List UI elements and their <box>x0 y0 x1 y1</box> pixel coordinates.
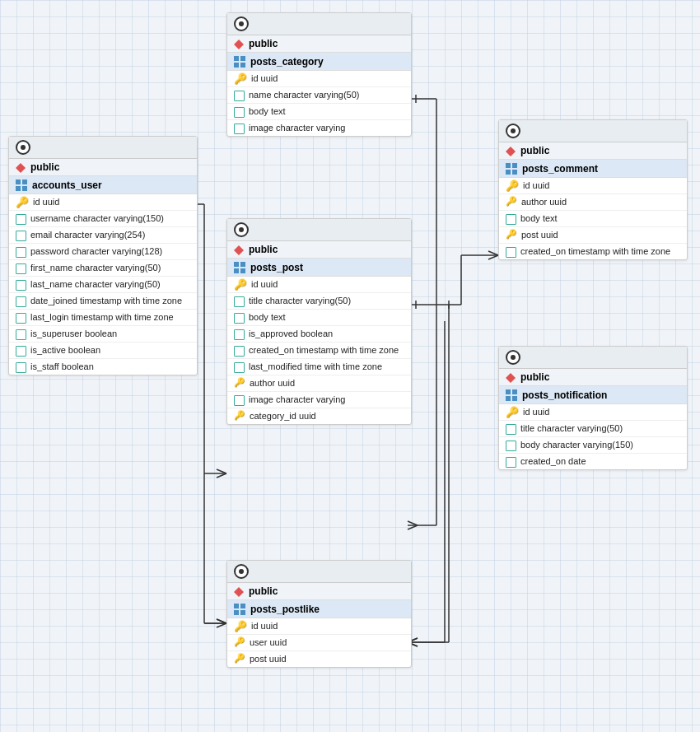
table-posts-comment: public posts_comment 🔑 id uuid 🔑 author … <box>498 119 688 260</box>
field-posts-notification-title: title character varying(50) <box>499 421 687 437</box>
field-text-cat-body: body text <box>249 105 404 118</box>
field-icon-notif-body <box>506 441 516 451</box>
field-text-posts-category-id: id uuid <box>251 72 404 85</box>
field-icon-comment-body <box>506 214 516 225</box>
svg-rect-48 <box>234 63 239 68</box>
field-text-post-lastmodified: last_modified time with time zone <box>249 361 404 373</box>
schema-label-accounts-user: public <box>30 161 59 173</box>
fk-icon-postlike-post: 🔑 <box>234 654 245 663</box>
svg-rect-53 <box>234 268 239 273</box>
field-text-post-isapproved: is_approved boolean <box>249 328 404 340</box>
field-posts-category-image: image character varying <box>227 120 411 136</box>
field-posts-post-body: body text <box>227 310 411 326</box>
eye-icon-posts-category <box>234 16 249 31</box>
field-posts-post-isapproved: is_approved boolean <box>227 326 411 343</box>
svg-rect-63 <box>506 170 511 175</box>
svg-line-15 <box>217 619 226 623</box>
field-text-postlike-user: user uuid <box>250 636 404 649</box>
field-accounts-user-id: 🔑 id uuid <box>9 194 197 211</box>
svg-rect-58 <box>234 610 239 615</box>
field-accounts-user-password: password character varying(128) <box>9 244 197 260</box>
tablename-posts-postlike: posts_postlike <box>227 600 411 618</box>
table-posts-postlike-header <box>227 561 411 583</box>
field-posts-postlike-id: 🔑 id uuid <box>227 618 411 635</box>
field-posts-post-title: title character varying(50) <box>227 293 411 310</box>
svg-marker-50 <box>234 245 244 255</box>
svg-line-32 <box>217 623 226 627</box>
schema-posts-notification: public <box>499 369 687 386</box>
field-icon-post-image <box>234 395 245 406</box>
field-text-issuperuser: is_superuser boolean <box>30 328 190 340</box>
svg-rect-57 <box>240 604 245 608</box>
field-text-postlike-post: post uuid <box>250 653 404 665</box>
field-text-notif-title: title character varying(50) <box>520 422 680 435</box>
eye-icon-accounts-user <box>16 140 30 155</box>
field-text-post-author: author uuid <box>250 377 404 389</box>
field-icon-notif-title <box>506 424 516 435</box>
field-text-post-title: title character varying(50) <box>249 295 404 307</box>
field-icon-datejoined <box>16 296 26 307</box>
field-posts-postlike-user: 🔑 user uuid <box>227 635 411 651</box>
svg-rect-44 <box>22 186 27 191</box>
table-posts-notification: public posts_notification 🔑 id uuid titl… <box>498 346 688 470</box>
tablename-posts-category: posts_category <box>227 53 411 71</box>
svg-line-10 <box>217 469 226 473</box>
svg-rect-43 <box>16 186 21 191</box>
field-posts-comment-author: 🔑 author uuid <box>499 194 687 211</box>
svg-rect-46 <box>234 56 239 61</box>
field-accounts-user-firstname: first_name character varying(50) <box>9 260 197 277</box>
tablename-accounts-user: accounts_user <box>9 176 197 194</box>
fk-icon-comment-post: 🔑 <box>506 230 517 239</box>
field-icon-isstaff <box>16 362 26 373</box>
name-label-accounts-user: accounts_user <box>32 180 102 191</box>
svg-rect-64 <box>512 170 517 175</box>
tablename-posts-post: posts_post <box>227 259 411 277</box>
table-posts-category-header <box>227 13 411 35</box>
fk-icon-post-category: 🔑 <box>234 411 245 420</box>
field-posts-notification-body: body character varying(150) <box>499 437 687 454</box>
svg-line-3 <box>408 521 418 525</box>
schema-posts-category: public <box>227 35 411 53</box>
field-text-post-createdon: created_on timestamp with time zone <box>249 344 404 357</box>
field-icon-post-isapproved <box>234 329 245 340</box>
field-accounts-user-lastname: last_name character varying(50) <box>9 277 197 293</box>
field-accounts-user-email: email character varying(254) <box>9 227 197 244</box>
pk-icon-posts-comment-id: 🔑 <box>506 180 519 191</box>
field-icon-cat-body <box>234 107 245 118</box>
field-posts-notification-id: 🔑 id uuid <box>499 404 687 421</box>
svg-rect-51 <box>234 262 239 267</box>
svg-rect-69 <box>512 396 517 401</box>
schema-accounts-user: public <box>9 159 197 176</box>
schema-label-posts-comment: public <box>520 145 549 156</box>
field-text-lastname: last_name character varying(50) <box>30 278 190 291</box>
field-icon-isactive <box>16 346 26 357</box>
schema-label-posts-post: public <box>249 244 278 255</box>
field-posts-postlike-post: 🔑 post uuid <box>227 651 411 667</box>
svg-rect-56 <box>234 604 239 608</box>
field-posts-notification-createdon: created_on date <box>499 454 687 469</box>
field-icon-cat-image <box>234 124 245 134</box>
schema-posts-post: public <box>227 241 411 259</box>
schema-posts-comment: public <box>499 142 687 160</box>
svg-rect-47 <box>240 56 245 61</box>
field-icon-username <box>16 214 26 225</box>
svg-line-31 <box>217 619 226 623</box>
field-text-comment-body: body text <box>520 212 680 225</box>
svg-marker-60 <box>506 147 516 156</box>
field-text-posts-postlike-id: id uuid <box>251 620 404 632</box>
pk-icon-posts-postlike-id: 🔑 <box>234 621 247 632</box>
table-posts-post: public posts_post 🔑 id uuid title charac… <box>226 218 412 425</box>
fk-icon-postlike-user: 🔑 <box>234 637 245 646</box>
field-icon-password <box>16 247 26 258</box>
table-accounts-user: public accounts_user 🔑 id uuid username … <box>8 136 198 375</box>
name-label-posts-category: posts_category <box>250 56 324 68</box>
pk-icon-posts-post-id: 🔑 <box>234 279 247 290</box>
tablename-posts-comment: posts_comment <box>499 160 687 178</box>
eye-icon-posts-post <box>234 222 249 237</box>
field-posts-post-createdon: created_on timestamp with time zone <box>227 343 411 359</box>
schema-label-posts-category: public <box>249 38 278 49</box>
field-icon-post-title <box>234 296 245 307</box>
svg-rect-68 <box>506 396 511 401</box>
svg-rect-59 <box>240 610 245 615</box>
field-posts-comment-createdon: created_on timestamp with time zone <box>499 244 687 259</box>
